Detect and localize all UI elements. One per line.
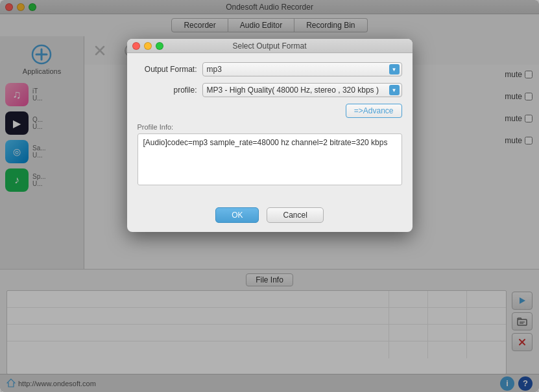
modal-footer: OK Cancel [127,201,413,232]
advance-button[interactable]: =>Advance [346,104,402,118]
profile-info-label: Profile Info: [138,123,402,131]
profile-select-wrapper: MP3 - High Quality( 48000 Hz, stereo , 3… [202,83,402,97]
select-output-format-dialog: Select Output Format Output Format: mp3 … [127,39,413,232]
output-format-select-wrapper: mp3 aac wav flac ogg [202,62,402,76]
modal-close-button[interactable] [132,42,140,50]
modal-minimize-button[interactable] [144,42,152,50]
main-window: Ondesoft Audio Recorder Recorder Audio E… [0,0,539,392]
profile-info-box: [Audio]codec=mp3 sample_rate=48000 hz ch… [138,133,402,185]
modal-overlay: Select Output Format Output Format: mp3 … [0,0,539,392]
modal-maximize-button[interactable] [156,42,163,50]
modal-title-bar-buttons [132,42,163,50]
ok-button[interactable]: OK [215,207,259,223]
profile-info-section: Profile Info: [Audio]codec=mp3 sample_ra… [138,123,402,185]
profile-label: profile: [138,86,202,95]
profile-select[interactable]: MP3 - High Quality( 48000 Hz, stereo , 3… [202,83,402,97]
modal-body: Output Format: mp3 aac wav flac ogg [127,53,413,201]
cancel-button[interactable]: Cancel [267,207,323,223]
modal-title: Select Output Format [232,41,306,51]
profile-row: profile: MP3 - High Quality( 48000 Hz, s… [138,83,402,97]
output-format-row: Output Format: mp3 aac wav flac ogg [138,62,402,76]
modal-title-bar: Select Output Format [127,39,413,53]
profile-info-text: [Audio]codec=mp3 sample_rate=48000 hz ch… [143,138,388,147]
output-format-label: Output Format: [138,65,202,74]
output-format-select[interactable]: mp3 aac wav flac ogg [202,62,402,76]
